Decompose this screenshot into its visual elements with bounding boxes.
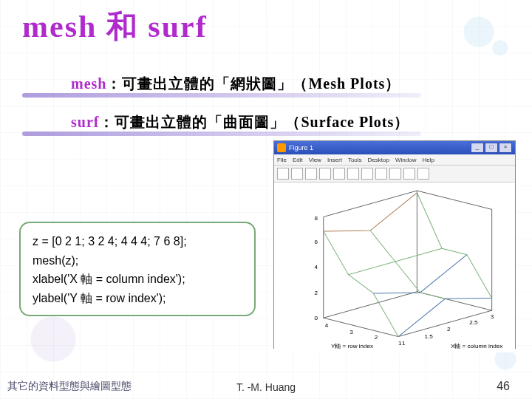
- surf-keyword: surf: [71, 114, 99, 130]
- ztick-0: 0: [315, 315, 318, 321]
- menu-view[interactable]: View: [309, 157, 321, 163]
- xtick-3: 3: [491, 313, 494, 320]
- ztick-4: 4: [315, 264, 318, 270]
- ztick-2: 2: [315, 290, 318, 296]
- menu-help[interactable]: Help: [422, 157, 434, 163]
- ztick-6: 6: [315, 239, 318, 245]
- xtick-1: 1: [402, 340, 406, 347]
- window-buttons: _ □ ×: [471, 143, 512, 153]
- matlab-icon: [277, 143, 286, 152]
- xtick-2.5: 2.5: [469, 319, 478, 326]
- tool-pan-icon[interactable]: [361, 168, 373, 180]
- tool-colorbar-icon[interactable]: [403, 168, 415, 180]
- figure-titlebar: Figure 1 _ □ ×: [274, 141, 515, 154]
- ytick-3: 3: [349, 329, 353, 335]
- tool-datatip-icon[interactable]: [389, 168, 401, 180]
- ztick-8: 8: [315, 215, 318, 222]
- menu-insert[interactable]: Insert: [327, 157, 342, 163]
- tool-open-icon[interactable]: [291, 168, 303, 180]
- ytick-4: 4: [325, 322, 329, 329]
- tool-new-icon[interactable]: [277, 168, 289, 180]
- tool-legend-icon[interactable]: [417, 168, 429, 180]
- figure-toolbar: [274, 165, 515, 183]
- xtick-1.5: 1.5: [425, 333, 434, 340]
- tool-save-icon[interactable]: [305, 168, 317, 180]
- code-line-1: z = [0 2 1; 3 2 4; 4 4 4; 7 6 8];: [33, 232, 242, 251]
- slide-content: mesh 和 surf mesh：可畫出立體的「網狀圖」（Mesh Plots）…: [0, 0, 532, 399]
- footer-author: T. -M. Huang: [236, 381, 296, 393]
- menu-desktop[interactable]: Desktop: [368, 157, 389, 163]
- menu-edit[interactable]: Edit: [293, 157, 303, 163]
- plot-area: 0 2 4 6 8 4 3 2 1 1 1.5 2 2.5 3 X軸 = col…: [274, 183, 515, 352]
- mesh-plot: 0 2 4 6 8 4 3 2 1 1 1.5 2 2.5 3 X軸 = col…: [279, 187, 511, 352]
- footer-page-number: 46: [497, 380, 510, 393]
- figure-title: Figure 1: [289, 144, 313, 151]
- tool-zoom-out-icon[interactable]: [347, 168, 359, 180]
- menu-file[interactable]: File: [277, 157, 287, 163]
- code-box: z = [0 2 1; 3 2 4; 4 4 4; 7 6 8]; mesh(z…: [19, 222, 256, 316]
- bullet-surf: surf：可畫出立體的「曲面圖」（Surface Plots）: [71, 112, 409, 132]
- surf-text: ：可畫出立體的「曲面圖」（Surface Plots）: [99, 114, 409, 130]
- close-button[interactable]: ×: [499, 143, 512, 153]
- xtick-2: 2: [447, 326, 451, 332]
- tool-rotate-icon[interactable]: [375, 168, 387, 180]
- matlab-figure-window: Figure 1 _ □ × File Edit View Insert Too…: [273, 140, 516, 349]
- xlabel: X軸 = column index: [451, 343, 502, 349]
- page-title: mesh 和 surf: [22, 6, 208, 47]
- menu-tools[interactable]: Tools: [348, 157, 362, 163]
- code-line-4: ylabel('Y 軸 = row index');: [33, 289, 242, 308]
- ytick-2: 2: [375, 334, 378, 341]
- figure-menubar: File Edit View Insert Tools Desktop Wind…: [274, 154, 515, 165]
- minimize-button[interactable]: _: [471, 143, 484, 153]
- mesh-keyword: mesh: [71, 75, 106, 92]
- tool-zoom-in-icon[interactable]: [333, 168, 345, 180]
- maximize-button[interactable]: □: [485, 143, 498, 153]
- mesh-text: ：可畫出立體的「網狀圖」（Mesh Plots）: [106, 75, 400, 92]
- menu-window[interactable]: Window: [395, 157, 416, 163]
- code-line-2: mesh(z);: [33, 251, 242, 270]
- bullet-mesh: mesh：可畫出立體的「網狀圖」（Mesh Plots）: [71, 74, 400, 94]
- code-line-3: xlabel('X 軸 = column index');: [33, 270, 242, 289]
- footer-left: 其它的資料型態與繪圖型態: [7, 380, 132, 393]
- ylabel: Y軸 = row index: [331, 343, 373, 349]
- tool-print-icon[interactable]: [319, 168, 331, 180]
